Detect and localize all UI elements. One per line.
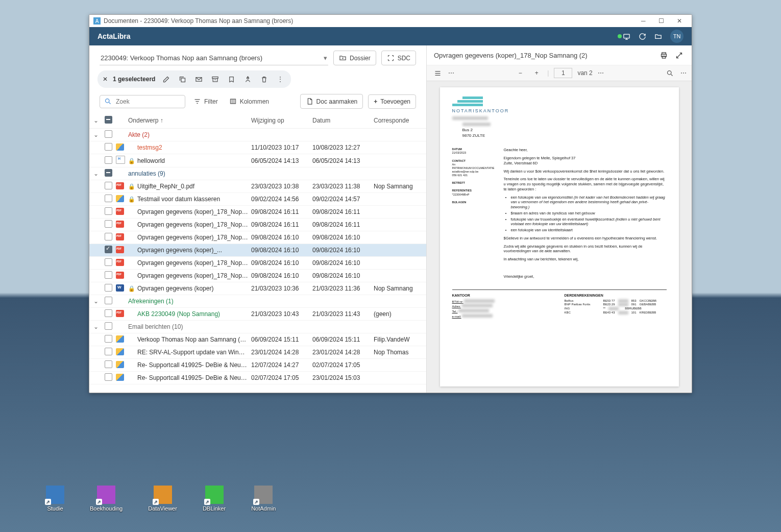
- more-icon[interactable]: ⋮: [275, 74, 286, 85]
- table-row[interactable]: 🔒Opvragen gegevens (koper)21/03/2023 10:…: [89, 282, 426, 295]
- refresh-icon[interactable]: [639, 33, 646, 40]
- selection-chip: ✕ 1 geselecteerd ⋮: [97, 70, 291, 88]
- table-row[interactable]: Opvragen gegevens (koper)_...09/08/2024 …: [89, 244, 426, 257]
- zoom-out-icon[interactable]: −: [515, 67, 526, 79]
- pdf-toolbar: ⋯ − + | 1 van 2 ⋯ ⋯: [427, 65, 692, 81]
- copy-icon[interactable]: [177, 74, 188, 85]
- svg-point-10: [667, 70, 671, 75]
- desktop-icon[interactable]: Studie: [46, 486, 64, 512]
- svg-rect-3: [212, 77, 218, 78]
- minimize-button[interactable]: ─: [635, 17, 651, 25]
- svg-rect-6: [230, 99, 235, 104]
- filter-button[interactable]: Filter: [190, 95, 221, 107]
- svg-rect-1: [181, 78, 185, 82]
- desktop-icon[interactable]: DBLinker: [203, 486, 226, 512]
- window-title: Documenten - 2230049: Verkoop Thomas Nop…: [104, 17, 293, 25]
- desktop-icon[interactable]: Boekhouding: [90, 486, 123, 512]
- dossier-select[interactable]: 2230049: Verkoop Thomas Nop aan Samnang …: [100, 51, 328, 65]
- table-row[interactable]: RE: SRV-AL-Support update van Windows 20…: [89, 346, 426, 359]
- group-row[interactable]: ⌄Afrekeningen (1): [89, 295, 426, 308]
- preview-pane: Opvragen gegevens (koper)_178_Nop Samnan…: [427, 45, 692, 393]
- close-button[interactable]: ✕: [671, 17, 688, 25]
- group-row[interactable]: ⌄Email berichten (10): [89, 321, 426, 333]
- dossier-button[interactable]: Dossier: [333, 51, 376, 65]
- window-controls: ─ ☐ ✕: [635, 17, 688, 25]
- find-icon[interactable]: [664, 67, 675, 79]
- group-row[interactable]: ⌄Akte (2): [89, 129, 426, 141]
- doc-create-button[interactable]: Doc aanmaken: [300, 94, 363, 109]
- zoom-in-icon[interactable]: +: [531, 67, 542, 79]
- search-icon: [104, 98, 112, 105]
- titlebar: A Documenten - 2230049: Verkoop Thomas N…: [89, 15, 692, 27]
- table-row[interactable]: 🔒Testmail voor datum klasseren09/02/2024…: [89, 193, 426, 206]
- dossier-select-value: 2230049: Verkoop Thomas Nop aan Samnang …: [101, 54, 262, 62]
- table-row[interactable]: AKB 2230049 (Nop Samnang)21/03/2023 10:4…: [89, 308, 426, 321]
- search-input[interactable]: [100, 95, 185, 108]
- documents-table: ⌄ Onderwerp ↑ Wijziging op Datum Corresp…: [89, 113, 426, 393]
- collapse-all-icon[interactable]: ⌄: [93, 117, 99, 124]
- table-row[interactable]: Opvragen gegevens (koper)_178_Nop Samnan…: [89, 270, 426, 282]
- col-modified[interactable]: Wijziging op: [251, 117, 312, 124]
- add-button[interactable]: + Toevoegen: [368, 94, 416, 109]
- app-window: A Documenten - 2230049: Verkoop Thomas N…: [89, 14, 692, 393]
- folder-icon[interactable]: [654, 33, 662, 40]
- table-row[interactable]: Re- Supportcall 419925- DeBie & Neut $ (…: [89, 359, 426, 372]
- table-row[interactable]: 🔒Uitgifte_RepNr_0.pdf23/03/2023 10:3823/…: [89, 180, 426, 193]
- toolbar-more2-icon[interactable]: ⋯: [598, 69, 604, 77]
- archive-icon[interactable]: [209, 74, 221, 85]
- delete-icon[interactable]: [258, 74, 270, 85]
- col-date[interactable]: Datum: [312, 117, 374, 124]
- page-of-label: van 2: [577, 69, 592, 77]
- col-subject[interactable]: Onderwerp ↑: [128, 117, 251, 124]
- toolbar-more3-icon[interactable]: ⋯: [680, 69, 687, 77]
- expand-icon[interactable]: [673, 50, 685, 61]
- table-row[interactable]: Opvragen gegevens (koper)_178_Nop Samnan…: [89, 257, 426, 270]
- selection-label: 1 geselecteerd: [113, 76, 155, 83]
- maximize-button[interactable]: ☐: [653, 17, 670, 25]
- person-icon[interactable]: [242, 74, 253, 85]
- mail-icon[interactable]: [193, 74, 204, 85]
- table-row[interactable]: testmsg211/10/2023 10:1710/08/2023 12:27: [89, 141, 426, 154]
- table-row[interactable]: Opvragen gegevens (koper)_178_Nop Samnan…: [89, 206, 426, 219]
- sdc-button[interactable]: SDC: [381, 51, 416, 65]
- preview-title: Opvragen gegevens (koper)_178_Nop Samnan…: [434, 52, 588, 59]
- table-header: ⌄ Onderwerp ↑ Wijziging op Datum Corresp…: [89, 113, 426, 129]
- brand: ActaLibra: [97, 32, 131, 40]
- sidebar-toggle-icon[interactable]: [432, 67, 443, 79]
- svg-point-5: [106, 99, 110, 103]
- desktop-icon[interactable]: NotAdmin: [251, 486, 276, 512]
- chevron-down-icon: ▾: [324, 54, 327, 62]
- documents-pane: 2230049: Verkoop Thomas Nop aan Samnang …: [89, 45, 427, 393]
- desktop-icon[interactable]: DataViewer: [148, 486, 177, 512]
- note-icon[interactable]: [226, 74, 237, 85]
- pdf-page: NOTARISKANTOOR Bus 2 9870 ZULTE DATUM21/…: [440, 87, 679, 386]
- print-icon[interactable]: [658, 50, 669, 61]
- pdf-viewport[interactable]: NOTARISKANTOOR Bus 2 9870 ZULTE DATUM21/…: [427, 81, 692, 393]
- user-avatar[interactable]: TN: [670, 30, 684, 43]
- table-row[interactable]: 🔒helloworld06/05/2024 14:1306/05/2024 14…: [89, 154, 426, 167]
- page-number-input[interactable]: 1: [554, 68, 572, 78]
- select-all-checkbox[interactable]: [105, 116, 112, 124]
- edit-icon[interactable]: [160, 74, 172, 85]
- app-icon: A: [93, 17, 101, 25]
- close-selection-icon[interactable]: ✕: [103, 76, 108, 83]
- table-row[interactable]: Verkoop Thomas Nop aan Samnang (broers) …: [89, 333, 426, 346]
- app-toolbar: ActaLibra TN: [89, 27, 692, 45]
- status-indicator[interactable]: [618, 33, 630, 40]
- group-row[interactable]: ⌄annulaties (9): [89, 167, 426, 180]
- col-corr[interactable]: Corresponde: [374, 117, 422, 124]
- table-row[interactable]: Opvragen gegevens (koper)_178_Nop Samnan…: [89, 231, 426, 244]
- search-field[interactable]: [115, 98, 181, 106]
- svg-rect-0: [624, 34, 629, 38]
- table-row[interactable]: Opvragen gegevens (koper)_178_Nop Samnan…: [89, 219, 426, 231]
- table-row[interactable]: Re- Supportcall 419925- DeBie & Neut $ (…: [89, 372, 426, 384]
- toolbar-more-icon[interactable]: ⋯: [448, 69, 454, 77]
- columns-button[interactable]: Kolommen: [226, 95, 272, 107]
